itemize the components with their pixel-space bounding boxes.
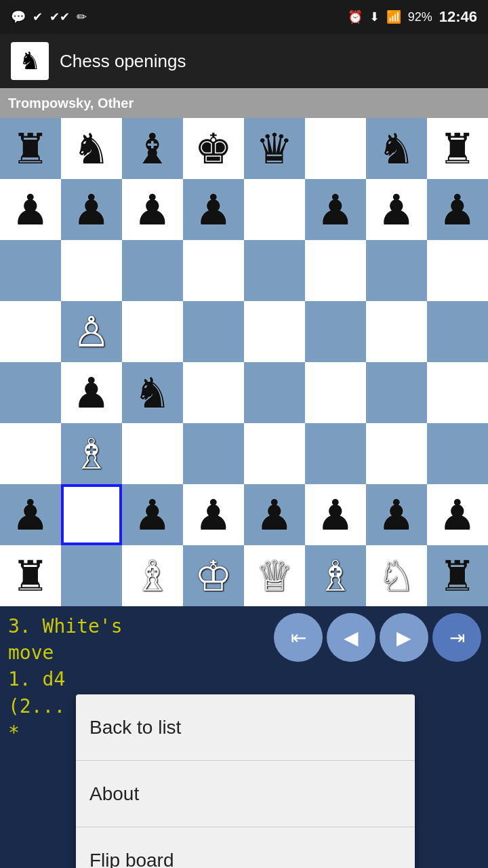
chat-icon: 💬 — [11, 9, 26, 24]
chess-cell[interactable]: ♟ — [61, 362, 122, 423]
move-text-area: 3. White's move 1. d4 (2... * ⇤ ◀ ▶ ⇥ — [0, 606, 488, 694]
chess-cell[interactable]: ♟ — [305, 179, 366, 240]
chess-cell[interactable] — [0, 240, 61, 301]
chess-cell[interactable]: ♗ — [305, 545, 366, 606]
chess-piece: ♟ — [378, 185, 415, 235]
chess-cell[interactable] — [244, 179, 305, 240]
chess-cell[interactable] — [61, 240, 122, 301]
chess-cell[interactable] — [122, 240, 183, 301]
chess-cell[interactable] — [366, 423, 427, 484]
chess-cell[interactable] — [244, 240, 305, 301]
chess-cell[interactable] — [305, 118, 366, 179]
chess-cell[interactable] — [427, 240, 488, 301]
time-display: 12:46 — [439, 8, 477, 26]
chess-cell[interactable]: ♕ — [244, 545, 305, 606]
chess-cell[interactable] — [0, 362, 61, 423]
chess-piece: ♜ — [439, 124, 476, 174]
status-bar: 💬 ✔ ✔✔ ✏ ⏰ ⬇ 📶 92% 12:46 — [0, 0, 488, 34]
chess-cell[interactable] — [183, 423, 244, 484]
chess-cell[interactable] — [61, 545, 122, 606]
chess-cell[interactable] — [305, 362, 366, 423]
app-title: Chess openings — [60, 51, 186, 72]
chess-cell[interactable]: ♟ — [122, 179, 183, 240]
chess-cell[interactable] — [0, 301, 61, 362]
chess-cell[interactable] — [122, 423, 183, 484]
chess-cell[interactable]: ♟ — [244, 484, 305, 545]
chess-cell[interactable]: ♜ — [0, 545, 61, 606]
chess-cell[interactable]: ♚ — [183, 118, 244, 179]
chess-cell[interactable]: ♙ — [61, 301, 122, 362]
double-check-icon: ✔✔ — [49, 9, 70, 24]
chess-cell[interactable]: ♟ — [305, 484, 366, 545]
chess-cell[interactable]: ♞ — [61, 118, 122, 179]
chess-cell[interactable]: ♟ — [427, 484, 488, 545]
chess-cell[interactable]: ♝ — [122, 118, 183, 179]
chess-cell[interactable]: ♞ — [366, 118, 427, 179]
chess-cell[interactable]: ♗ — [61, 423, 122, 484]
app-header: ♞ Chess openings — [0, 34, 488, 88]
chess-cell[interactable] — [183, 240, 244, 301]
move-line-2: move — [8, 639, 123, 666]
last-move-button[interactable]: ⇥ — [432, 613, 481, 662]
next-move-button[interactable]: ▶ — [380, 613, 428, 662]
chess-cell[interactable]: ♜ — [427, 545, 488, 606]
chess-cell[interactable]: ♟ — [61, 179, 122, 240]
chess-cell[interactable]: ♘ — [366, 545, 427, 606]
chess-cell[interactable] — [305, 240, 366, 301]
chess-cell[interactable]: ♜ — [427, 118, 488, 179]
chess-cell[interactable] — [427, 301, 488, 362]
chess-piece: ♟ — [195, 185, 232, 235]
back-to-list-item[interactable]: Back to list — [76, 694, 415, 761]
flip-board-item[interactable]: Flip board — [76, 827, 415, 868]
chess-cell[interactable] — [183, 301, 244, 362]
chess-piece: ♙ — [73, 307, 110, 357]
chess-piece: ♗ — [317, 551, 354, 601]
chess-board: ♜♞♝♚♛♞♜♟♟♟♟♟♟♟♙♟♞♗♟♟♟♟♟♟♟♜♗♔♕♗♘♜ — [0, 118, 488, 606]
about-item[interactable]: About — [76, 761, 415, 827]
chess-cell[interactable] — [305, 301, 366, 362]
chess-cell[interactable]: ♟ — [183, 179, 244, 240]
chess-piece: ♟ — [73, 185, 110, 235]
chess-cell[interactable]: ♔ — [183, 545, 244, 606]
move-line-3: 1. d4 — [8, 666, 123, 692]
chess-cell[interactable] — [427, 362, 488, 423]
chess-cell[interactable] — [305, 423, 366, 484]
chess-cell[interactable] — [427, 423, 488, 484]
chess-piece: ♟ — [73, 368, 110, 418]
chess-piece: ♘ — [378, 551, 415, 601]
chess-cell[interactable]: ♟ — [183, 484, 244, 545]
chess-cell[interactable]: ♗ — [122, 545, 183, 606]
chess-cell[interactable] — [244, 423, 305, 484]
chess-cell[interactable]: ♞ — [122, 362, 183, 423]
chess-cell[interactable] — [366, 240, 427, 301]
chess-piece: ♜ — [12, 551, 49, 601]
chess-cell[interactable] — [366, 301, 427, 362]
chess-cell[interactable]: ♜ — [0, 118, 61, 179]
download-icon: ⬇ — [369, 9, 380, 24]
chess-cell[interactable] — [183, 362, 244, 423]
chess-cell[interactable]: ♟ — [0, 484, 61, 545]
edit-icon: ✏ — [77, 9, 87, 24]
chess-cell[interactable]: ♟ — [366, 179, 427, 240]
check-icon: ✔ — [33, 9, 43, 24]
chess-cell[interactable]: ♟ — [427, 179, 488, 240]
chess-piece: ♕ — [256, 551, 293, 601]
chess-cell[interactable]: ♛ — [244, 118, 305, 179]
signal-icon: 📶 — [386, 9, 401, 24]
chess-cell[interactable]: ♟ — [122, 484, 183, 545]
chess-piece: ♗ — [73, 429, 110, 479]
chess-cell[interactable] — [244, 362, 305, 423]
battery-text: 92% — [408, 10, 432, 24]
horse-icon: ♞ — [19, 47, 41, 75]
chess-cell[interactable] — [366, 362, 427, 423]
chess-cell[interactable] — [61, 484, 122, 545]
chess-cell[interactable] — [0, 423, 61, 484]
chess-cell[interactable] — [122, 301, 183, 362]
chess-cell[interactable] — [244, 301, 305, 362]
chess-cell[interactable]: ♟ — [366, 484, 427, 545]
chess-piece: ♟ — [378, 490, 415, 540]
status-icons-right: ⏰ ⬇ 📶 92% 12:46 — [348, 8, 477, 26]
chess-cell[interactable]: ♟ — [0, 179, 61, 240]
prev-move-button[interactable]: ◀ — [327, 613, 375, 662]
first-move-button[interactable]: ⇤ — [274, 613, 323, 662]
